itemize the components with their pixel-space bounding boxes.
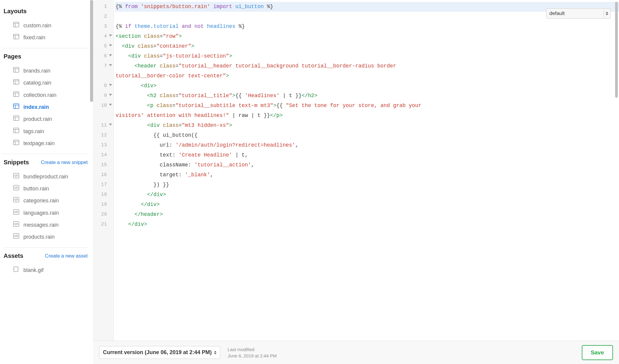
file-item[interactable]: textpage.rain <box>3 137 93 149</box>
chevron-updown-icon <box>214 351 216 354</box>
code-line[interactable]: <div class="mt3 hidden-xs"> <box>115 121 619 130</box>
fold-icon[interactable] <box>109 34 112 37</box>
code-line[interactable]: visitors' attention with headlines!" | r… <box>115 111 619 121</box>
code-line[interactable]: }) }} <box>115 180 619 190</box>
svg-rect-6 <box>14 67 19 72</box>
file-icon <box>13 102 19 112</box>
file-item-label: messages.rain <box>23 220 59 230</box>
fold-icon[interactable] <box>109 54 112 56</box>
fold-icon[interactable] <box>109 84 112 86</box>
fold-icon[interactable] <box>109 94 112 96</box>
gutter-line: 20 <box>93 210 113 219</box>
svg-rect-0 <box>14 22 19 27</box>
svg-rect-12 <box>14 92 19 97</box>
gutter-line: 14 <box>93 150 113 160</box>
editor-scrollbar[interactable] <box>615 2 618 98</box>
svg-line-28 <box>16 175 17 177</box>
code-line[interactable]: </div> <box>115 200 619 210</box>
editor-code[interactable]: {% from 'snippets/button.rain' import ui… <box>114 0 619 341</box>
last-modified-label: Last modified <box>228 346 276 353</box>
code-line[interactable]: <h2 class="tutorial__title">{{ 'Headline… <box>115 91 619 101</box>
language-select[interactable]: default <box>546 8 611 19</box>
section-title-snippets: Snippets <box>4 159 29 166</box>
file-icon <box>13 127 19 136</box>
sidebar-scrollbar[interactable] <box>90 0 93 102</box>
file-item-label: blank.gif <box>23 265 44 275</box>
code-line[interactable]: <div class="container"> <box>115 41 619 51</box>
gutter-line: 10 <box>93 101 113 111</box>
file-item[interactable]: fixed.rain <box>3 31 93 43</box>
divider <box>3 48 89 48</box>
last-modified-value: June 6, 2019 at 2:44 PM <box>228 353 276 359</box>
svg-rect-18 <box>14 116 19 121</box>
gutter-line: 12 <box>93 130 113 140</box>
snippets-file-list: bundleproduct.rain button.rain categorie… <box>3 169 93 246</box>
file-item-label: button.rain <box>23 184 49 193</box>
file-item[interactable]: bundleproduct.rain <box>3 171 93 183</box>
section-title-pages: Pages <box>4 53 21 60</box>
file-icon <box>13 33 19 42</box>
code-line[interactable]: {{ ui_button({ <box>115 130 619 140</box>
save-button[interactable]: Save <box>582 345 613 360</box>
file-item[interactable]: product.rain <box>3 113 93 125</box>
svg-rect-21 <box>14 128 19 133</box>
code-line[interactable]: </div> <box>115 219 619 229</box>
file-item[interactable]: custom.rain <box>3 19 93 31</box>
file-item[interactable]: messages.rain <box>3 219 93 231</box>
code-line[interactable]: {% from 'snippets/button.rain' import ui… <box>115 2 619 12</box>
code-line[interactable]: text: 'Create Headline' | t, <box>115 150 619 160</box>
code-line[interactable]: <section class="row"> <box>115 31 619 41</box>
pages-file-list: brands.rain catalog.rain collection.rain… <box>3 64 93 153</box>
code-line[interactable]: <p class="tutorial__subtitle text-m mt3"… <box>115 101 619 111</box>
create-asset-link[interactable]: Create a new asset <box>45 253 88 259</box>
code-line[interactable]: </header> <box>115 210 619 219</box>
assets-file-list: blank.gif <box>3 263 93 279</box>
gutter-line: 1 <box>93 2 113 12</box>
file-item[interactable]: collection.rain <box>3 89 93 101</box>
file-icon <box>13 21 19 30</box>
file-item[interactable]: brands.rain <box>3 65 93 77</box>
file-item[interactable]: index.rain <box>3 101 93 113</box>
file-item[interactable]: blank.gif <box>3 264 93 276</box>
gutter-line: 8 <box>93 81 113 91</box>
code-line[interactable]: <div> <box>115 81 619 91</box>
file-item[interactable]: languages.rain <box>3 207 93 219</box>
create-snippet-link[interactable]: Create a new snippet <box>41 160 88 165</box>
svg-rect-39 <box>14 267 18 272</box>
code-line[interactable]: url: '/admin/auth/login?redirect=headlin… <box>115 140 619 150</box>
file-icon <box>13 66 19 76</box>
version-select-label: Current version (June 06, 2019 at 2:44 P… <box>103 349 212 356</box>
code-line[interactable]: <div class="js-tutorial-section"> <box>115 51 619 61</box>
gutter-line: 6 <box>93 51 113 61</box>
file-icon <box>13 172 19 181</box>
code-line[interactable]: <header class="tutorial__header tutorial… <box>115 61 619 71</box>
fold-icon[interactable] <box>109 64 112 66</box>
code-line[interactable]: </div> <box>115 190 619 200</box>
file-item[interactable]: tags.rain <box>3 125 93 137</box>
code-editor[interactable]: 123456789101112131415161718192021 {% fro… <box>93 0 619 341</box>
fold-icon[interactable] <box>109 124 112 126</box>
gutter-line: 15 <box>93 160 113 170</box>
file-icon <box>13 208 19 218</box>
file-item[interactable]: button.rain <box>3 183 93 195</box>
file-item[interactable]: products.rain <box>3 231 93 243</box>
fold-icon[interactable] <box>109 104 112 106</box>
file-item[interactable]: categories.rain <box>3 195 93 207</box>
svg-rect-15 <box>14 104 19 109</box>
gutter-line: 16 <box>93 170 113 180</box>
version-select[interactable]: Current version (June 06, 2019 at 2:44 P… <box>99 346 220 359</box>
file-item[interactable]: catalog.rain <box>3 77 93 89</box>
fold-icon[interactable] <box>109 44 112 46</box>
code-line[interactable]: target: '_blank', <box>115 170 619 180</box>
language-select-value: default <box>549 10 565 16</box>
gutter-line: 17 <box>93 180 113 190</box>
code-line[interactable] <box>115 12 619 22</box>
gutter-line: 18 <box>93 190 113 200</box>
file-icon <box>13 265 19 275</box>
code-line[interactable]: {% if theme.tutorial and not headlines %… <box>115 22 619 31</box>
file-item-label: custom.rain <box>23 21 51 30</box>
file-item-label: languages.rain <box>23 208 59 218</box>
code-line[interactable]: tutorial__border-color text-center"> <box>115 71 619 81</box>
file-icon <box>13 78 19 88</box>
code-line[interactable]: className: 'tutorial__action', <box>115 160 619 170</box>
